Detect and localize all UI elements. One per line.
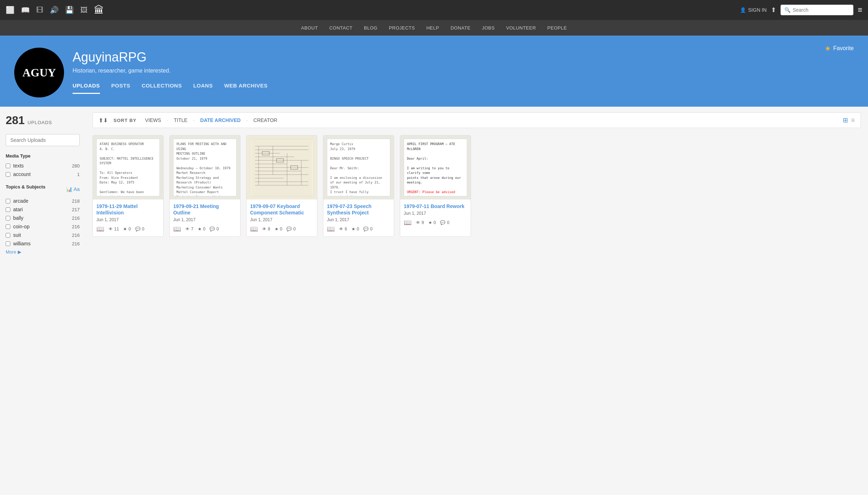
more-topics-link[interactable]: More ▶ (6, 249, 80, 255)
top-bar: ⬜ 📖 🎞 🔊 💾 🖼 🏛 👤 SIGN IN ⬆ 🔍 ≡ (0, 0, 868, 20)
topics-section-title: Topics & Subjects (6, 184, 46, 190)
uploads-count: 281 UPLOADS (6, 114, 80, 127)
hamburger-menu[interactable]: ≡ (858, 5, 862, 15)
doc-preview-1: ATARI BUSINESS OPERATOR A. B. C. SUBJECT… (96, 139, 160, 196)
nav-volunteer[interactable]: VOLUNTEER (506, 25, 536, 31)
filter-account-checkbox[interactable] (6, 172, 10, 177)
doc-preview-2: PLANS FOR MEETING WITH AND USING MEETING… (173, 139, 237, 196)
nav-donate[interactable]: DONATE (450, 25, 470, 31)
list-item[interactable]: APRIL FIRST PROGRAM — ATE McLAREN Dear A… (400, 135, 471, 237)
book-icon-2: 📖 (173, 225, 181, 233)
book-icon-1: 📖 (96, 225, 104, 233)
eye-icon-5: 👁 (416, 220, 420, 225)
views-stat-2: 👁 7 (185, 227, 194, 231)
item-thumbnail-2: PLANS FOR MEETING WITH AND USING MEETING… (170, 135, 240, 199)
list-item[interactable]: PLANS FOR MEETING WITH AND USING MEETING… (169, 135, 240, 237)
site-logo[interactable]: 🏛 (94, 4, 104, 16)
item-stats-5: 📖 👁 9 ★ 0 💬 0 (404, 219, 467, 227)
filter-suit-checkbox[interactable] (6, 233, 10, 238)
list-item[interactable]: ATARI BUSINESS OPERATOR A. B. C. SUBJECT… (92, 135, 164, 237)
filter-williams-checkbox[interactable] (6, 241, 10, 246)
tab-uploads[interactable]: UPLOADS (73, 82, 100, 94)
star-icon-1: ★ (123, 227, 127, 231)
nav-people[interactable]: PEOPLE (547, 25, 567, 31)
favorites-stat-5: ★ 0 (428, 220, 436, 225)
sort-views[interactable]: VIEWS (145, 117, 161, 123)
search-input[interactable] (793, 7, 850, 13)
nav-jobs[interactable]: JOBS (482, 25, 495, 31)
favorite-button[interactable]: ★ Favorite (825, 44, 854, 53)
star-icon-2: ★ (198, 227, 202, 231)
profile-info: AguyinaRPG Historian, researcher, game i… (73, 44, 854, 94)
item-info-5: 1979-07-11 Board Rework Jun 1, 2017 📖 👁 … (400, 199, 471, 230)
item-title-1: 1979-11-29 Mattel Intellivision (96, 203, 160, 216)
item-date-3: Jun 1, 2017 (250, 217, 313, 222)
comment-icon-4: 💬 (363, 227, 369, 231)
nav-about[interactable]: ABOUT (301, 25, 318, 31)
nav-help[interactable]: HELP (426, 25, 439, 31)
nav-contact[interactable]: CONTACT (329, 25, 353, 31)
upload-icon[interactable]: ⬆ (771, 6, 776, 14)
item-thumbnail-5: APRIL FIRST PROGRAM — ATE McLAREN Dear A… (400, 135, 471, 199)
views-count-1: 11 (114, 227, 119, 231)
text-icon[interactable]: Aa (74, 186, 80, 192)
list-view-icon[interactable]: ≡ (851, 117, 855, 124)
tab-posts[interactable]: POSTS (111, 82, 130, 94)
nav-blog[interactable]: BLOG (364, 25, 377, 31)
search-uploads-input[interactable] (6, 134, 80, 146)
views-stat-5: 👁 9 (416, 220, 424, 225)
item-title-2: 1979-09-21 Meeting Outline (173, 203, 237, 216)
item-title-4: 1979-07-23 Speech Synthesis Project (327, 203, 390, 216)
sort-creator[interactable]: CREATOR (253, 117, 277, 123)
eye-icon-3: 👁 (262, 227, 266, 231)
sign-in-button[interactable]: 👤 SIGN IN (740, 7, 767, 13)
comments-stat-2: 💬 0 (210, 227, 219, 231)
avatar: AGUY (14, 48, 64, 97)
search-box[interactable]: 🔍 (780, 5, 853, 15)
filter-texts-checkbox[interactable] (6, 164, 10, 168)
favorites-count-5: 0 (434, 220, 436, 225)
filter-arcade-checkbox[interactable] (6, 199, 10, 203)
floppy-icon[interactable]: 💾 (65, 6, 74, 14)
content-area: ⬆⬇ SORT BY VIEWS · TITLE · DATE ARCHIVED… (85, 107, 868, 320)
film-icon[interactable]: 🎞 (36, 6, 43, 14)
list-item[interactable]: Marge Curtis July 23, 1979 BINGO SPEECH … (323, 135, 394, 237)
sort-title[interactable]: TITLE (174, 117, 187, 123)
more-label: More (6, 249, 16, 255)
tab-collections[interactable]: COLLECTIONS (142, 82, 182, 94)
uploads-number: 281 (6, 114, 25, 127)
favorites-stat-2: ★ 0 (198, 227, 206, 231)
star-icon-5: ★ (428, 220, 432, 225)
filter-atari-checkbox[interactable] (6, 207, 10, 212)
filter-bally: bally 216 (6, 215, 80, 221)
filter-bally-checkbox[interactable] (6, 216, 10, 220)
item-info-4: 1979-07-23 Speech Synthesis Project Jun … (323, 199, 394, 236)
doc-preview-5: APRIL FIRST PROGRAM — ATE McLAREN Dear A… (404, 139, 467, 196)
views-stat-1: 👁 11 (108, 227, 119, 231)
views-count-5: 9 (422, 220, 424, 225)
eye-icon-4: 👁 (339, 227, 343, 231)
window-icon[interactable]: ⬜ (6, 6, 15, 14)
filter-arcade-count: 218 (72, 198, 80, 204)
list-item[interactable]: 1979-09-07 Keyboard Component Schematic … (246, 135, 317, 237)
star-icon: ★ (825, 44, 831, 53)
chart-icon[interactable]: 📊 (66, 186, 72, 192)
item-thumbnail-4: Marge Curtis July 23, 1979 BINGO SPEECH … (323, 135, 394, 199)
tab-loans[interactable]: LOANS (193, 82, 213, 94)
filter-coin-op-count: 216 (72, 224, 80, 229)
grid-view-icon[interactable]: ⊞ (843, 116, 848, 124)
image-icon[interactable]: 🖼 (80, 6, 88, 14)
nav-projects[interactable]: PROJECTS (389, 25, 415, 31)
item-stats-3: 📖 👁 8 ★ 0 💬 0 (250, 225, 313, 233)
tab-web-archives[interactable]: WEB ARCHIVES (224, 82, 268, 94)
item-stats-4: 📖 👁 6 ★ 0 💬 0 (327, 225, 390, 233)
user-icon: 👤 (740, 7, 746, 13)
speaker-icon[interactable]: 🔊 (50, 6, 59, 14)
profile-name: AguyinaRPG (73, 50, 854, 65)
filter-coin-op-checkbox[interactable] (6, 224, 10, 229)
book-icon[interactable]: 📖 (21, 6, 30, 14)
star-icon-4: ★ (351, 227, 355, 231)
doc-preview-4: Marge Curtis July 23, 1979 BINGO SPEECH … (327, 139, 390, 196)
sort-arrows-icon: ⬆⬇ (99, 117, 108, 124)
sort-date-archived[interactable]: DATE ARCHIVED (200, 117, 241, 123)
